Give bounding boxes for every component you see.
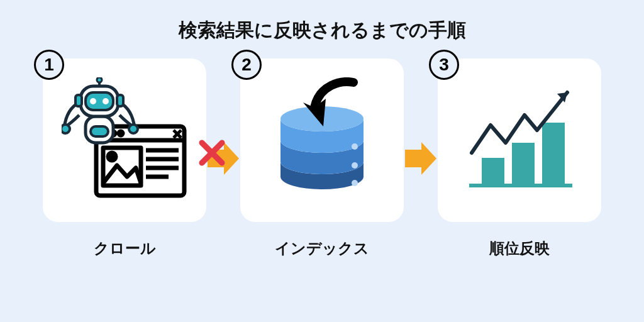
step-2-number: 2 bbox=[231, 50, 262, 80]
cross-icon bbox=[199, 140, 225, 166]
svg-rect-16 bbox=[91, 126, 108, 136]
step-1-number: 1 bbox=[34, 50, 64, 80]
step-3-card: 3 bbox=[438, 58, 601, 222]
step-1-card: 1 bbox=[43, 58, 206, 222]
step-3-label: 順位反映 bbox=[489, 238, 550, 258]
svg-marker-33 bbox=[405, 142, 436, 175]
svg-point-29 bbox=[352, 143, 358, 150]
step-1: 1 bbox=[43, 58, 206, 258]
diagram-title: 検索結果に反映されるまでの手順 bbox=[0, 0, 644, 58]
step-2-card: 2 bbox=[240, 58, 404, 222]
steps-row: 1 bbox=[0, 58, 644, 258]
svg-rect-24 bbox=[117, 95, 123, 106]
ranking-chart-icon bbox=[457, 77, 582, 203]
svg-rect-35 bbox=[482, 158, 504, 186]
step-2: 2 インデ bbox=[240, 58, 404, 258]
step-1-label: クロール bbox=[94, 238, 156, 258]
svg-rect-23 bbox=[75, 95, 82, 106]
svg-point-4 bbox=[119, 131, 123, 135]
svg-point-22 bbox=[97, 77, 102, 82]
svg-rect-37 bbox=[542, 123, 565, 186]
svg-point-19 bbox=[90, 98, 96, 104]
svg-rect-36 bbox=[512, 143, 535, 186]
svg-point-31 bbox=[352, 180, 358, 186]
svg-point-13 bbox=[62, 125, 70, 133]
step-2-label: インデックス bbox=[275, 238, 369, 258]
svg-rect-18 bbox=[86, 92, 113, 110]
svg-point-20 bbox=[103, 98, 109, 104]
arrow-2 bbox=[404, 77, 438, 240]
step-3: 3 順位反映 bbox=[438, 58, 601, 258]
svg-point-14 bbox=[129, 125, 138, 133]
robot-crawl-icon bbox=[62, 77, 187, 203]
arrow-right-icon bbox=[404, 140, 438, 177]
svg-point-30 bbox=[352, 162, 358, 169]
arrow-1 bbox=[206, 77, 240, 240]
svg-point-8 bbox=[108, 153, 116, 160]
database-index-icon bbox=[259, 77, 385, 203]
step-3-number: 3 bbox=[429, 50, 459, 80]
